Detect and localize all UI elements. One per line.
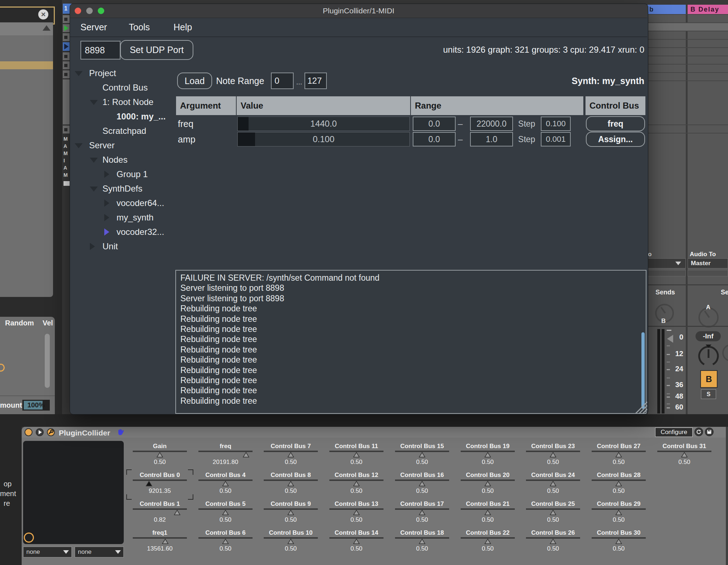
log-output[interactable]: FAILURE IN SERVER: /synth/set Command no…	[175, 270, 646, 414]
close-icon[interactable]: ✕	[38, 9, 48, 19]
clip-stop-icon[interactable]	[64, 36, 67, 39]
device-param-control-bus-26[interactable]: Control Bus 260.50	[520, 529, 586, 555]
device-param-control-bus-16[interactable]: Control Bus 160.50	[389, 472, 455, 498]
param-slider-handle[interactable]	[615, 452, 622, 457]
device-param-control-bus-4[interactable]: Control Bus 40.50	[193, 472, 258, 498]
hand-icon[interactable]	[116, 428, 126, 437]
tree-item-1-root-node[interactable]: 1: Root Node	[70, 95, 175, 109]
clip-stop-icon[interactable]	[64, 18, 67, 21]
range-min-input[interactable]: 0.0	[413, 132, 456, 146]
note-range-to-input[interactable]: 127	[304, 73, 327, 89]
device-param-control-bus-31[interactable]: Control Bus 310.50	[652, 443, 717, 469]
device-param-control-bus-9[interactable]: Control Bus 90.50	[258, 500, 324, 526]
param-slider-handle[interactable]	[243, 452, 249, 457]
tree-item-project[interactable]: Project	[70, 66, 175, 80]
tree-expanded-icon[interactable]	[90, 158, 98, 163]
track-header-bdelay[interactable]: B Delay	[688, 5, 728, 14]
param-slider-handle[interactable]	[288, 481, 294, 486]
save-preset-icon[interactable]	[705, 428, 714, 436]
param-slider-handle[interactable]	[288, 452, 294, 457]
device-param-control-bus-23[interactable]: Control Bus 230.50	[520, 443, 586, 469]
device-param-control-bus-6[interactable]: Control Bus 60.50	[193, 529, 258, 555]
param-slider-handle[interactable]	[162, 539, 168, 544]
solo-button[interactable]: S	[701, 389, 716, 399]
param-slider-handle[interactable]	[419, 539, 425, 544]
audio-to-dropdown-master[interactable]: Master	[688, 258, 728, 268]
control-bus-button-freq[interactable]: freq	[586, 116, 645, 131]
param-slider-handle[interactable]	[146, 481, 152, 486]
track-header-b[interactable]: b	[648, 5, 686, 14]
device-param-control-bus-12[interactable]: Control Bus 120.50	[324, 472, 389, 498]
menu-tools[interactable]: Tools	[129, 22, 150, 32]
device-param-control-bus-24[interactable]: Control Bus 240.50	[520, 472, 586, 498]
param-slider-handle[interactable]	[419, 481, 425, 486]
tree-item-synthdefs[interactable]: SynthDefs	[70, 181, 175, 196]
track-activator-button[interactable]: B	[700, 370, 718, 388]
random-slider[interactable]	[45, 334, 50, 388]
left-panel-selected-row[interactable]	[0, 61, 53, 69]
tree-expanded-icon[interactable]	[90, 100, 98, 105]
param-slider-handle[interactable]	[222, 510, 229, 515]
device-param-control-bus-29[interactable]: Control Bus 290.50	[586, 500, 652, 526]
device-param-control-bus-21[interactable]: Control Bus 210.50	[455, 500, 521, 526]
device-param-control-bus-5[interactable]: Control Bus 50.50	[193, 500, 258, 526]
tree-collapsed-icon[interactable]	[104, 214, 109, 221]
param-slider-handle[interactable]	[288, 539, 294, 544]
audio-to-dropdown-b[interactable]	[648, 258, 686, 268]
resize-grip-icon[interactable]	[633, 399, 647, 413]
tree-item-control-bus[interactable]: Control Bus	[70, 80, 175, 95]
device-param-control-bus-18[interactable]: Control Bus 180.50	[389, 529, 455, 555]
arg-value-slider[interactable]: 1440.0	[237, 117, 410, 131]
device-param-control-bus-19[interactable]: Control Bus 190.50	[455, 443, 521, 469]
device-param-control-bus-13[interactable]: Control Bus 130.50	[324, 500, 389, 526]
device-param-control-bus-17[interactable]: Control Bus 170.50	[389, 500, 455, 526]
device-header[interactable]	[22, 427, 728, 438]
arg-value-slider[interactable]: 0.100	[237, 132, 410, 146]
tree-expanded-icon[interactable]	[75, 71, 83, 76]
tree-item-nodes[interactable]: Nodes	[70, 153, 175, 167]
param-slider-handle[interactable]	[484, 510, 491, 515]
menu-help[interactable]: Help	[174, 22, 192, 32]
udp-port-input[interactable]: 8898	[80, 41, 120, 60]
scroll-up-icon[interactable]	[43, 25, 51, 31]
tree-collapsed-icon[interactable]	[104, 228, 109, 236]
device-param-control-bus-8[interactable]: Control Bus 80.50	[258, 472, 324, 498]
xy-dropdown-x[interactable]: none	[23, 547, 72, 557]
tree-item-group-1[interactable]: Group 1	[70, 167, 175, 181]
clip-play-icon[interactable]	[64, 44, 69, 49]
xy-dropdown-y[interactable]: none	[75, 547, 124, 557]
param-slider-handle[interactable]	[550, 539, 556, 544]
clip-play-icon[interactable]	[64, 25, 69, 31]
clip-stop-icon[interactable]	[64, 55, 67, 58]
xy-pad[interactable]	[23, 441, 124, 544]
tree-item-my-synth[interactable]: my_synth	[70, 210, 175, 225]
param-slider-handle[interactable]	[615, 539, 622, 544]
param-slider-handle[interactable]	[484, 481, 491, 486]
refresh-icon[interactable]	[694, 428, 703, 436]
clip-stop-icon[interactable]	[64, 73, 67, 76]
range-min-input[interactable]: 0.0	[413, 117, 456, 131]
param-slider-handle[interactable]	[615, 510, 622, 515]
param-slider-handle[interactable]	[222, 481, 229, 486]
device-param-control-bus-15[interactable]: Control Bus 150.50	[389, 443, 455, 469]
device-param-control-bus-20[interactable]: Control Bus 200.50	[455, 472, 521, 498]
param-slider-handle[interactable]	[353, 510, 360, 515]
device-hotswap-icon[interactable]	[47, 428, 55, 436]
clip-stop-icon[interactable]	[64, 64, 67, 67]
device-param-control-bus-28[interactable]: Control Bus 280.50	[586, 472, 652, 498]
tree-collapsed-icon[interactable]	[104, 200, 109, 207]
device-param-control-bus-30[interactable]: Control Bus 300.50	[586, 529, 652, 555]
tree-item-unit[interactable]: Unit	[70, 239, 175, 254]
device-activator-icon[interactable]	[25, 428, 32, 436]
param-slider-handle[interactable]	[353, 539, 360, 544]
step-input[interactable]: 0.100	[541, 117, 571, 131]
param-slider-handle[interactable]	[550, 481, 556, 486]
device-preview-icon[interactable]	[36, 428, 44, 436]
device-param-control-bus-25[interactable]: Control Bus 250.50	[520, 500, 586, 526]
device-param-control-bus-11[interactable]: Control Bus 110.50	[324, 443, 389, 469]
device-param-control-bus-10[interactable]: Control Bus 100.50	[258, 529, 324, 555]
slot-row-highlight[interactable]	[648, 23, 728, 31]
tree-item-vocoder64-[interactable]: vocoder64...	[70, 196, 175, 210]
device-param-freq[interactable]: freq20191.80	[193, 443, 258, 469]
param-slider-handle[interactable]	[550, 452, 556, 457]
